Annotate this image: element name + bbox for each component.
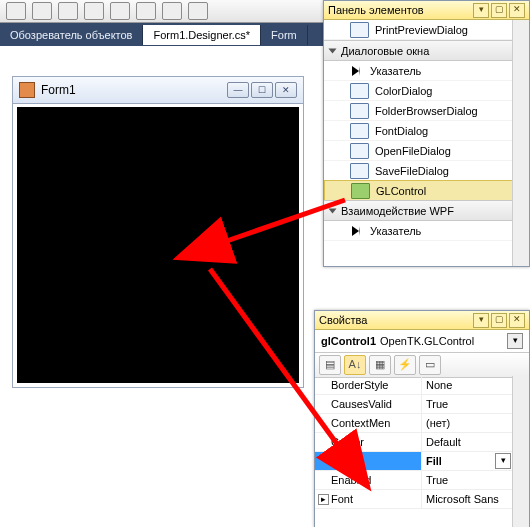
property-pages-button[interactable]: ▭ — [419, 355, 441, 375]
toolbar-button[interactable] — [136, 2, 156, 20]
glcontrol-surface[interactable] — [17, 107, 299, 383]
property-row-borderstyle[interactable]: BorderStyleNone — [315, 376, 513, 395]
alphabetical-button[interactable]: A↓ — [344, 355, 366, 375]
toolbox-item-label: Указатель — [370, 65, 421, 77]
gear-icon — [351, 183, 370, 199]
property-value[interactable]: True — [422, 395, 513, 413]
toolbox-item-label: PrintPreviewDialog — [375, 24, 468, 36]
dialog-icon — [350, 143, 369, 159]
toolbox-item-colordialog[interactable]: ColorDialog — [324, 81, 529, 101]
properties-header[interactable]: Свойства ▾ ▢ ✕ — [315, 311, 529, 330]
toolbox-item-printpreviewdialog[interactable]: PrintPreviewDialog — [324, 20, 529, 40]
property-name: Font — [315, 490, 422, 508]
toolbox-body: PrintPreviewDialog Диалоговые окна Указа… — [324, 20, 529, 266]
dropdown-icon[interactable]: ▾ — [473, 313, 489, 328]
pointer-icon — [352, 226, 360, 236]
dialog-icon — [350, 163, 369, 179]
dropdown-icon[interactable]: ▾ — [473, 3, 489, 18]
properties-object-selector[interactable]: glControl1 OpenTK.GLControl ▾ — [315, 330, 529, 353]
property-row-causesvalidation[interactable]: CausesValidTrue — [315, 395, 513, 414]
toolbox-item-pointer[interactable]: Указатель — [324, 221, 529, 241]
properties-toolbar: ▤ A↓ ▦ ⚡ ▭ — [315, 353, 529, 378]
property-value[interactable]: Fill — [422, 452, 495, 470]
toolbar-button[interactable] — [84, 2, 104, 20]
toolbox-header[interactable]: Панель элементов ▾ ▢ ✕ — [324, 1, 529, 20]
properties-title: Свойства — [319, 314, 471, 326]
property-name: Cursor — [315, 433, 422, 451]
form1-caption: Form1 — [41, 83, 227, 97]
app-icon — [19, 82, 35, 98]
close-icon[interactable]: ✕ — [509, 3, 525, 18]
toolbar-button[interactable] — [32, 2, 52, 20]
property-row-dock[interactable]: DockFill▾ — [315, 452, 513, 471]
close-button[interactable]: ✕ — [275, 82, 297, 98]
minimize-button[interactable]: — — [227, 82, 249, 98]
scrollbar[interactable] — [512, 20, 529, 266]
toolbox-item-label: OpenFileDialog — [375, 145, 451, 157]
toolbox-item-openfiledialog[interactable]: OpenFileDialog — [324, 141, 529, 161]
pin-icon[interactable]: ▢ — [491, 313, 507, 328]
chevron-down-icon[interactable]: ▾ — [507, 333, 523, 349]
close-icon[interactable]: ✕ — [509, 313, 525, 328]
toolbox-item-label: FolderBrowserDialog — [375, 105, 478, 117]
property-value[interactable]: (нет) — [422, 414, 513, 432]
maximize-button[interactable]: ☐ — [251, 82, 273, 98]
property-row-enabled[interactable]: EnabledTrue — [315, 471, 513, 490]
toolbox-item-glcontrol[interactable]: GLControl — [324, 180, 529, 201]
toolbox-item-label: Указатель — [370, 225, 421, 237]
properties-object-name: glControl1 — [321, 335, 376, 347]
property-value-text: Fill — [426, 455, 442, 467]
property-name: Dock — [315, 452, 422, 470]
property-row-cursor[interactable]: CursorDefault — [315, 433, 513, 452]
toolbox-group-label: Взаимодействие WPF — [341, 205, 454, 217]
categorized-button[interactable]: ▤ — [319, 355, 341, 375]
toolbar-button[interactable] — [110, 2, 130, 20]
events-button[interactable]: ⚡ — [394, 355, 416, 375]
pin-icon[interactable]: ▢ — [491, 3, 507, 18]
expand-icon[interactable]: ▸ — [318, 494, 329, 505]
toolbox-item-savefiledialog[interactable]: SaveFileDialog — [324, 161, 529, 181]
toolbox-item-label: ColorDialog — [375, 85, 432, 97]
property-name: ContextMen — [315, 414, 422, 432]
properties-button[interactable]: ▦ — [369, 355, 391, 375]
toolbox-item-label: GLControl — [376, 185, 426, 197]
toolbar-button[interactable] — [162, 2, 182, 20]
property-name: CausesValid — [315, 395, 422, 413]
tab-form1-designer[interactable]: Form1.Designer.cs* — [143, 25, 261, 45]
dialog-icon — [350, 22, 369, 38]
chevron-down-icon[interactable]: ▾ — [495, 453, 511, 469]
property-row-contextmenu[interactable]: ContextMen(нет) — [315, 414, 513, 433]
toolbox-group-wpf[interactable]: Взаимодействие WPF — [324, 200, 529, 221]
chevron-down-icon — [329, 208, 337, 213]
toolbox-item-label: SaveFileDialog — [375, 165, 449, 177]
toolbar-button[interactable] — [6, 2, 26, 20]
property-value[interactable]: Microsoft Sans — [422, 490, 513, 508]
property-name: BorderStyle — [315, 376, 422, 394]
tab-form[interactable]: Form — [261, 25, 308, 45]
pointer-icon — [352, 66, 360, 76]
toolbox-panel: Панель элементов ▾ ▢ ✕ PrintPreviewDialo… — [323, 0, 530, 267]
dialog-icon — [350, 83, 369, 99]
toolbox-group-dialogs[interactable]: Диалоговые окна — [324, 40, 529, 61]
toolbox-item-folderbrowserdialog[interactable]: FolderBrowserDialog — [324, 101, 529, 121]
toolbox-item-pointer[interactable]: Указатель — [324, 61, 529, 81]
toolbox-group-label: Диалоговые окна — [341, 45, 429, 57]
property-grid: BorderStyleNone CausesValidTrue ContextM… — [315, 376, 513, 527]
toolbar-button[interactable] — [188, 2, 208, 20]
tab-object-browser[interactable]: Обозреватель объектов — [0, 25, 143, 45]
toolbar-button[interactable] — [58, 2, 78, 20]
property-row-font[interactable]: ▸FontMicrosoft Sans — [315, 490, 513, 509]
toolbox-item-label: FontDialog — [375, 125, 428, 137]
property-value[interactable]: True — [422, 471, 513, 489]
properties-object-type: OpenTK.GLControl — [380, 335, 474, 347]
properties-panel: Свойства ▾ ▢ ✕ glControl1 OpenTK.GLContr… — [314, 310, 530, 527]
form1-window[interactable]: Form1 — ☐ ✕ — [12, 76, 304, 388]
property-name: Enabled — [315, 471, 422, 489]
scrollbar[interactable] — [512, 376, 529, 527]
toolbox-item-fontdialog[interactable]: FontDialog — [324, 121, 529, 141]
property-value[interactable]: Default — [422, 433, 513, 451]
chevron-down-icon — [329, 48, 337, 53]
property-value[interactable]: None — [422, 376, 513, 394]
toolbox-title: Панель элементов — [328, 4, 471, 16]
dialog-icon — [350, 123, 369, 139]
